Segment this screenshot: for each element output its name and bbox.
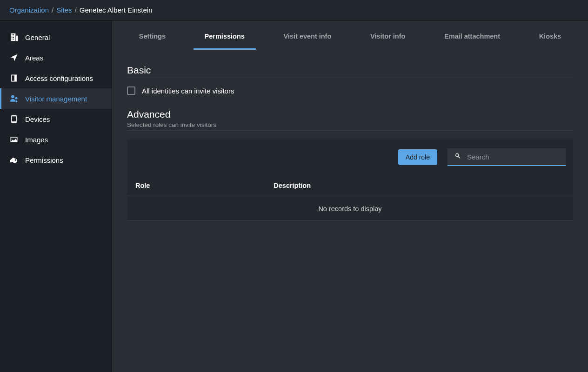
- breadcrumb-separator: /: [52, 6, 53, 14]
- add-role-button[interactable]: Add role: [398, 149, 437, 165]
- sidebar-item-devices[interactable]: Devices: [0, 109, 112, 129]
- column-header-description[interactable]: Description: [265, 174, 573, 197]
- roles-panel: Add role Role Description: [127, 139, 573, 221]
- building-icon: [9, 33, 19, 42]
- tab-email-attachment[interactable]: Email attachment: [433, 23, 511, 50]
- search-input[interactable]: [467, 153, 559, 161]
- tabs: Settings Permissions Visit event info Vi…: [112, 23, 588, 50]
- sidebar-item-visitor-management[interactable]: Visitor management: [0, 88, 112, 109]
- visitor-icon: [9, 94, 19, 103]
- door-icon: [9, 73, 19, 83]
- tab-kiosks[interactable]: Kiosks: [528, 23, 573, 50]
- checkbox-all-identities[interactable]: [127, 86, 135, 95]
- basic-checkbox-row[interactable]: All identities can invite visitors: [127, 86, 573, 95]
- sidebar-item-images[interactable]: Images: [0, 129, 112, 150]
- sidebar-item-permissions[interactable]: Permissions: [0, 150, 112, 170]
- tab-settings[interactable]: Settings: [128, 23, 177, 50]
- table-empty-row: No records to display: [127, 197, 573, 221]
- breadcrumb-separator: /: [75, 6, 77, 14]
- tab-permissions[interactable]: Permissions: [194, 23, 256, 50]
- table-empty-message: No records to display: [127, 197, 573, 221]
- advanced-section-subtitle: Selected roles can invite visitors: [127, 121, 573, 128]
- sidebar-item-label: Permissions: [25, 156, 63, 164]
- image-icon: [9, 135, 19, 144]
- section-divider: [127, 78, 573, 78]
- column-header-role[interactable]: Role: [127, 174, 265, 197]
- main-content: Settings Permissions Visit event info Vi…: [112, 20, 588, 372]
- breadcrumb-sites[interactable]: Sites: [56, 6, 72, 14]
- sidebar-item-label: Devices: [25, 115, 50, 123]
- sidebar-item-access-configurations[interactable]: Access configurations: [0, 68, 112, 88]
- tab-visitor-info[interactable]: Visitor info: [359, 23, 416, 50]
- tab-visit-event-info[interactable]: Visit event info: [272, 23, 342, 50]
- breadcrumb-organization[interactable]: Organization: [9, 6, 49, 14]
- sidebar-item-label: Visitor management: [25, 95, 87, 103]
- sidebar-item-areas[interactable]: Areas: [0, 47, 112, 68]
- search-icon: [454, 152, 461, 161]
- sidebar-item-label: General: [25, 33, 50, 41]
- roles-toolbar: Add role: [127, 139, 573, 174]
- search-field-wrapper[interactable]: [448, 148, 566, 166]
- key-icon: [9, 155, 19, 165]
- checkbox-label[interactable]: All identities can invite visitors: [142, 87, 234, 95]
- sidebar-item-label: Images: [25, 136, 48, 144]
- breadcrumb-current: Genetec Albert Einstein: [80, 6, 153, 14]
- breadcrumb: Organization / Sites / Genetec Albert Ei…: [0, 0, 588, 20]
- sidebar-item-label: Access configurations: [25, 74, 93, 82]
- sidebar: General Areas Access configurations Visi…: [0, 20, 112, 372]
- sidebar-item-label: Areas: [25, 54, 43, 62]
- roles-table: Role Description No records to display: [127, 174, 573, 221]
- advanced-section-title: Advanced: [127, 109, 573, 120]
- section-divider: [127, 130, 573, 131]
- basic-section-title: Basic: [127, 65, 573, 76]
- sidebar-item-general[interactable]: General: [0, 27, 112, 47]
- location-arrow-icon: [9, 53, 19, 62]
- mobile-icon: [9, 114, 19, 124]
